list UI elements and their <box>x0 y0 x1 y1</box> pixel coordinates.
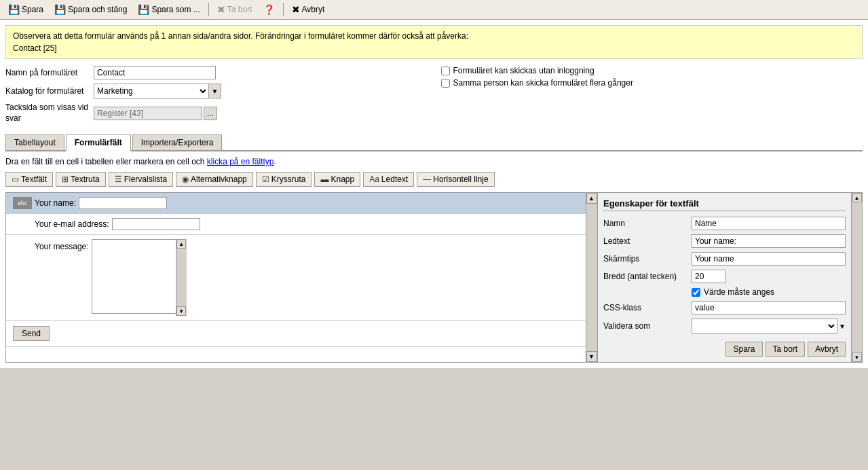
props-avbryt-button[interactable]: Avbryt <box>808 342 846 357</box>
validera-dropdown-arrow[interactable]: ▼ <box>839 323 846 330</box>
your-email-row[interactable]: Your e-mail address: <box>6 214 586 235</box>
katalog-row: Katalog för formuläret Marketing ▼ <box>5 84 428 98</box>
properties-title: Egenskaper för textfält <box>603 198 846 211</box>
your-email-input[interactable] <box>112 218 200 230</box>
form-right: Formuläret kan skickas utan inloggning S… <box>441 66 863 128</box>
horisontell-linje-button[interactable]: — Horisontell linje <box>417 172 494 187</box>
spara-stang-button[interactable]: 💾 Spara och stäng <box>50 2 132 17</box>
toolbar: 💾 Spara 💾 Spara och stäng 💾 Spara som ..… <box>0 0 868 20</box>
checkbox2[interactable] <box>441 79 450 88</box>
alternativknapp-icon: ◉ <box>182 175 189 184</box>
save-as-icon: 💾 <box>138 4 149 15</box>
prop-skarmtips-label: Skärmtips <box>603 254 692 264</box>
prop-varde-label: Värde måste anges <box>704 287 774 297</box>
namn-label: Namn på formuläret <box>5 68 94 77</box>
field-type-link[interactable]: klicka på en fälttyp <box>207 157 274 166</box>
your-email-label: Your e-mail address: <box>35 219 109 229</box>
checkbox2-row: Samma person kan skicka formuläret flera… <box>441 78 863 88</box>
tabs: Tabellayout Formulärfält Importera/Expor… <box>5 134 863 151</box>
checkbox1-row: Formuläret kan skickas utan inloggning <box>441 66 863 75</box>
editor-area: abc Your name: Your e-mail address: Your… <box>5 192 863 363</box>
tab-formularfalt[interactable]: Formulärfält <box>66 134 131 151</box>
namn-input[interactable] <box>94 66 216 79</box>
alternativknapp-button[interactable]: ◉ Alternativknapp <box>176 172 253 187</box>
prop-namn-input[interactable] <box>692 217 846 230</box>
props-scroll-up[interactable]: ▲ <box>852 193 862 202</box>
prop-namn-label: Namn <box>603 219 692 228</box>
textfalt-icon: ▭ <box>12 175 19 184</box>
save-close-icon: 💾 <box>54 4 66 15</box>
props-bottom-btns: Spara Ta bort Avbryt <box>603 342 846 357</box>
flervalslista-button[interactable]: ☰ Flervalslista <box>109 172 173 187</box>
divider <box>208 3 209 16</box>
send-row: Send <box>6 321 586 347</box>
your-name-label: Your name: <box>35 198 76 208</box>
prop-validera-label: Validera som <box>603 321 692 331</box>
form-settings: Namn på formuläret Katalog för formuläre… <box>5 66 863 128</box>
help-button[interactable]: ❓ <box>259 2 280 17</box>
dropdown-arrow-icon[interactable]: ▼ <box>209 84 221 98</box>
kryssruta-icon: ☑ <box>262 175 269 184</box>
prop-css-input[interactable] <box>692 301 846 314</box>
form-left: Namn på formuläret Katalog för formuläre… <box>5 66 428 128</box>
checkbox2-label: Samma person kan skicka formuläret flera… <box>453 78 633 88</box>
delete-icon: ✖ <box>217 4 225 15</box>
avbryt-button[interactable]: ✖ Avbryt <box>287 2 330 17</box>
tab-importera[interactable]: Importera/Exportera <box>132 134 223 150</box>
tacksida-input <box>94 107 202 120</box>
props-scrollbar: ▲ ▼ <box>851 193 862 362</box>
ta-bort-button[interactable]: ✖ Ta bort <box>212 2 257 17</box>
form-preview-scrollbar: ▲ ▼ <box>586 193 597 362</box>
browse-button[interactable]: ... <box>204 107 217 120</box>
scroll-up-btn[interactable]: ▲ <box>586 193 597 204</box>
spara-som-button[interactable]: 💾 Spara som ... <box>133 2 204 17</box>
props-scroll-down[interactable]: ▼ <box>852 352 862 362</box>
prop-namn-row: Namn <box>603 217 846 230</box>
field-icon-name: abc <box>13 197 32 209</box>
ledtext-button[interactable]: Aa Ledtext <box>363 172 414 187</box>
prop-bredd-row: Bredd (antal tecken) <box>603 270 846 283</box>
prop-varde-row: Värde måste anges <box>692 287 846 297</box>
katalog-dropdown-wrapper: Marketing ▼ <box>94 84 221 98</box>
save-icon: 💾 <box>8 4 20 15</box>
prop-skarmtips-input[interactable] <box>692 252 846 266</box>
help-icon: ❓ <box>263 4 275 15</box>
katalog-select[interactable]: Marketing <box>94 84 209 98</box>
warning-banner: Observera att detta formulär används på … <box>5 25 863 59</box>
divider2 <box>283 3 284 16</box>
knapp-button[interactable]: ▬ Knapp <box>314 172 360 187</box>
tacksida-row: Tacksida som visas vid svar ... <box>5 103 428 124</box>
your-name-input[interactable] <box>79 197 167 209</box>
scroll-down-btn[interactable]: ▼ <box>586 351 597 362</box>
prop-ledtext-input[interactable] <box>692 234 846 248</box>
namn-row: Namn på formuläret <box>5 66 428 79</box>
prop-varde-checkbox[interactable] <box>692 288 700 297</box>
kryssruta-button[interactable]: ☑ Kryssruta <box>256 172 312 187</box>
scroll-track <box>586 204 597 351</box>
prop-bredd-input[interactable] <box>692 270 725 283</box>
spara-button[interactable]: 💾 Spara <box>3 2 48 17</box>
ledtext-icon: Aa <box>369 175 379 184</box>
textarea-scroll-up[interactable]: ▲ <box>176 239 186 249</box>
knapp-icon: ▬ <box>320 175 328 184</box>
your-message-textarea[interactable] <box>92 239 187 314</box>
tab-tabellayout[interactable]: Tabellayout <box>5 134 64 150</box>
checkbox1[interactable] <box>441 67 450 75</box>
props-spara-button[interactable]: Spara <box>725 342 762 357</box>
prop-validera-row: Validera som ▼ <box>603 319 846 333</box>
main-content: Observera att detta formulär används på … <box>0 20 868 368</box>
props-ta-bort-button[interactable]: Ta bort <box>766 342 806 357</box>
prop-validera-select[interactable] <box>692 319 837 333</box>
textruta-button[interactable]: ⊞ Textruta <box>56 172 106 187</box>
your-name-row[interactable]: abc Your name: <box>6 193 586 214</box>
send-button[interactable]: Send <box>13 326 50 341</box>
katalog-label: Katalog för formuläret <box>5 86 94 96</box>
checkbox1-label: Formuläret kan skickas utan inloggning <box>453 66 595 75</box>
prop-css-row: CSS-klass <box>603 301 846 314</box>
your-message-label: Your message: <box>35 242 89 251</box>
field-types: ▭ Textfält ⊞ Textruta ☰ Flervalslista ◉ … <box>5 172 863 187</box>
textfalt-button[interactable]: ▭ Textfält <box>5 172 53 187</box>
instructions: Dra en fält till en cell i tabellen elle… <box>5 157 863 166</box>
your-message-row: Your message: ▲ ▼ <box>6 235 586 321</box>
textarea-scroll-down[interactable]: ▼ <box>176 306 186 316</box>
